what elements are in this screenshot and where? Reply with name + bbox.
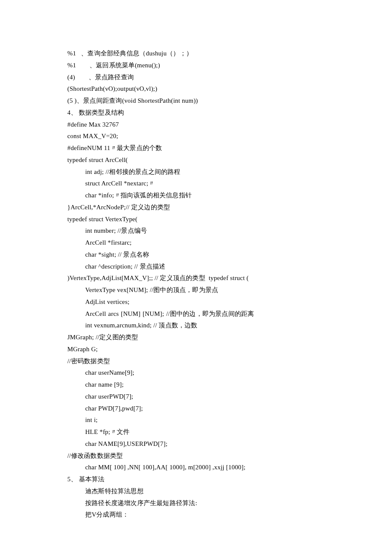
code-line: //密码数据类型 bbox=[67, 356, 331, 367]
code-line: %1 、返回系统菜单(menu();) bbox=[67, 60, 331, 72]
code-line: const MAX_V=20; bbox=[67, 130, 331, 142]
code-line: MGraph G; bbox=[67, 344, 331, 356]
code-line: char userPWD[7]; bbox=[67, 391, 331, 403]
code-line: int adj; //相邻接的景点之间的路程 bbox=[67, 166, 331, 178]
code-line: JMGraph; //定义图的类型 bbox=[67, 332, 331, 344]
code-line: }ArcCell,*ArcNodeP;// 定义边的类型 bbox=[67, 202, 331, 214]
code-line: char PWD[7],pwd[7]; bbox=[67, 403, 331, 415]
code-line: 迪杰斯特拉算法思想 bbox=[67, 486, 331, 497]
code-line: typedef struct VertexType( bbox=[67, 214, 331, 225]
code-line: #defineNUM 11〃最大景点的个数 bbox=[67, 142, 331, 154]
code-line: 按路径长度递增次序产生最短路径算法: bbox=[67, 497, 331, 509]
code-line: 4、 数据类型及结构 bbox=[67, 107, 331, 119]
code-line: char *info;〃指向该弧的相关信息指针 bbox=[67, 190, 331, 202]
code-line: VertexType vex[NUM]; //图中的顶点，即为景点 bbox=[67, 284, 331, 296]
code-line: ArcCell arcs [NUM] [NUM]; //图中的边，即为景点间的距… bbox=[67, 308, 331, 320]
code-line: #define Max 32767 bbox=[67, 119, 331, 131]
code-line: char userName[9]; bbox=[67, 367, 331, 379]
code-line: typedef struct ArcCell( bbox=[67, 154, 331, 166]
code-line: char ^description; // 景点描述 bbox=[67, 261, 331, 273]
code-line: %1 、查询全部经典信息（dushuju（）；） bbox=[67, 48, 331, 60]
code-line: (5 )、景点间距查询(void ShortestPath(int num)) bbox=[67, 95, 331, 107]
code-line: struct ArcCell *nextarc;〃 bbox=[67, 178, 331, 190]
code-line: ArcCell *firstarc; bbox=[67, 237, 331, 249]
code-line: AdjList vertices; bbox=[67, 296, 331, 308]
document-page: %1 、查询全部经典信息（dushuju（）；）%1 、返回系统菜单(menu(… bbox=[0, 0, 331, 521]
code-line: //修改函数数据类型 bbox=[67, 450, 331, 462]
code-line: int vexnum,arcnum,kind; // 顶点数，边数 bbox=[67, 320, 331, 332]
code-line: char *sight; // 景点名称 bbox=[67, 249, 331, 261]
code-line: int number; //景点编号 bbox=[67, 225, 331, 237]
code-line: )VertexType,AdjList[MAX_V];; // 定义顶点的类型 … bbox=[67, 272, 331, 284]
code-line: (ShortestPath(vO);output(vO,vl);) bbox=[67, 83, 331, 95]
code-line: char NAME[9],USERPWD[7]; bbox=[67, 438, 331, 450]
code-line: 5、 基本算法 bbox=[67, 474, 331, 486]
code-line: int i; bbox=[67, 414, 331, 426]
code-line: HLE *fp;〃文件 bbox=[67, 426, 331, 438]
code-line: 把V分成两组： bbox=[67, 509, 331, 521]
code-line: (4) 、景点路径查询 bbox=[67, 72, 331, 84]
code-line: char name [9]; bbox=[67, 379, 331, 391]
code-line: char MM[ 100] ,NN[ 100],AA[ 1000], m[200… bbox=[67, 462, 331, 474]
